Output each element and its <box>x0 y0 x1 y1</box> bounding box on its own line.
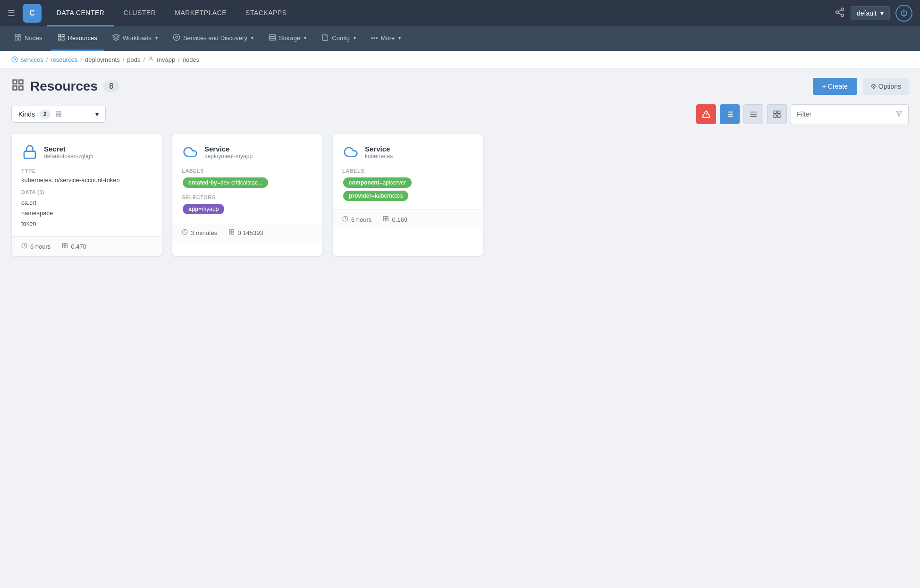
card-secret-data-item-1: ca.crt <box>21 198 152 208</box>
top-nav: ☰ C DATA CENTER CLUSTER MARKETPLACE STAC… <box>0 0 920 26</box>
nav-services[interactable]: Services and Discovery ▾ <box>166 26 260 51</box>
card-service-kubernetes-resource-value: 0.169 <box>392 216 407 223</box>
nav-item-marketplace[interactable]: MARKETPLACE <box>165 0 236 26</box>
sort-button[interactable] <box>720 104 740 124</box>
nav-resources[interactable]: Resources <box>51 26 104 51</box>
env-selector[interactable]: default ▾ <box>851 6 890 20</box>
tag-component-eq: = <box>380 179 383 186</box>
nav-workloads-label: Workloads <box>123 34 152 42</box>
filter-input[interactable] <box>797 110 896 118</box>
group-button[interactable] <box>767 104 787 124</box>
svg-rect-59 <box>384 219 386 221</box>
tag-created-by-eq: = <box>217 179 220 186</box>
kinds-selector[interactable]: Kinds 2 ▾ <box>11 106 106 123</box>
resources-count-badge: 8 <box>103 80 119 92</box>
nav-storage[interactable]: Storage ▾ <box>262 26 313 51</box>
warning-filter-button[interactable] <box>696 104 716 124</box>
svg-point-0 <box>841 8 844 10</box>
env-label: default <box>857 9 877 17</box>
hamburger-menu[interactable]: ☰ <box>8 8 15 18</box>
breadcrumb-sep-2: / <box>80 56 82 63</box>
tag-app: app = myapp <box>183 204 224 214</box>
nodes-icon <box>14 34 22 42</box>
kinds-label: Kinds <box>18 110 35 118</box>
svg-line-3 <box>838 13 841 15</box>
cards-grid: Secret default-token-wj8g5 TYPE kubernet… <box>11 134 909 256</box>
svg-rect-47 <box>63 244 65 245</box>
options-button[interactable]: ⚙ Options <box>863 78 909 95</box>
nav-item-stackapps[interactable]: STACKAPPS <box>236 0 296 26</box>
breadcrumb-resources[interactable]: resources <box>51 56 77 63</box>
breadcrumb-sep-3: / <box>123 56 125 63</box>
card-service-kubernetes-time: 6 hours <box>342 216 371 223</box>
svg-rect-43 <box>778 115 780 118</box>
top-nav-items: DATA CENTER CLUSTER MARKETPLACE STACKAPP… <box>47 0 835 26</box>
card-secret-title-group: Secret default-token-wj8g5 <box>44 145 93 160</box>
clock-icon <box>21 243 27 250</box>
nav-services-label: Services and Discovery <box>183 34 247 42</box>
svg-rect-27 <box>56 114 58 116</box>
service-kubernetes-type-icon <box>342 143 359 160</box>
myapp-icon <box>148 56 154 63</box>
second-nav: Nodes Resources Workloads ▾ Services and… <box>0 26 920 51</box>
card-service-myapp[interactable]: Service deployment-myapp LABELS created-… <box>172 134 323 256</box>
breadcrumb-nodes: nodes <box>183 56 199 63</box>
more-icon: ••• <box>371 34 378 42</box>
card-secret[interactable]: Secret default-token-wj8g5 TYPE kubernet… <box>11 134 162 256</box>
card-secret-type-value: kubernetes.io/service-account-token <box>21 176 152 184</box>
breadcrumb-deployments: deployments <box>85 56 120 63</box>
card-service-kubernetes-footer: 6 hours 0.169 <box>333 210 483 229</box>
nav-item-cluster[interactable]: CLUSTER <box>114 0 165 26</box>
breadcrumb-services[interactable]: services <box>21 56 43 63</box>
list-view-button[interactable] <box>743 104 763 124</box>
card-service-myapp-time: 3 minutes <box>182 229 217 236</box>
card-secret-kind: Secret <box>44 145 93 153</box>
chevron-down-icon: ▾ <box>880 9 884 17</box>
svg-rect-17 <box>269 39 275 40</box>
card-service-myapp-resource-value: 0.145393 <box>237 229 263 236</box>
tag-component-key: component <box>349 179 380 186</box>
kinds-count-badge: 2 <box>40 110 51 118</box>
svg-rect-52 <box>229 230 231 232</box>
card-service-myapp-kind: Service <box>204 145 253 153</box>
card-service-kubernetes[interactable]: Service kubernetes LABELS component = ap… <box>332 134 483 256</box>
nav-nodes[interactable]: Nodes <box>8 26 49 51</box>
svg-rect-48 <box>65 244 67 245</box>
card-secret-time: 6 hours <box>21 243 51 250</box>
git-icon[interactable] <box>835 7 845 20</box>
nav-item-datacenter[interactable]: DATA CENTER <box>47 0 114 26</box>
nav-workloads[interactable]: Workloads ▾ <box>106 26 164 51</box>
tag-app-key: app <box>188 206 198 212</box>
tag-provider-value: kubernetes <box>375 193 403 199</box>
service-myapp-type-icon <box>182 143 199 160</box>
svg-rect-58 <box>386 217 388 218</box>
nav-config[interactable]: Config ▾ <box>315 26 363 51</box>
svg-rect-28 <box>59 114 61 116</box>
config-chevron: ▾ <box>354 35 356 41</box>
power-button[interactable]: ⏻ <box>895 5 912 22</box>
resources-page-icon <box>11 78 25 94</box>
svg-point-20 <box>150 57 152 59</box>
card-secret-footer: 6 hours 0.470 <box>12 236 162 256</box>
card-service-myapp-name: deployment-myapp <box>204 153 253 160</box>
svg-rect-9 <box>59 34 61 37</box>
card-service-myapp-title-group: Service deployment-myapp <box>204 145 253 160</box>
tag-provider: provider = kubernetes <box>343 191 408 201</box>
tag-created-by: created-by = dev-criticalstac... <box>183 177 268 188</box>
create-button[interactable]: + Create <box>813 78 857 95</box>
nav-more[interactable]: ••• More ▾ <box>364 26 407 51</box>
svg-rect-5 <box>15 34 17 37</box>
svg-rect-60 <box>386 219 388 221</box>
svg-rect-50 <box>65 246 67 248</box>
svg-rect-23 <box>13 86 17 90</box>
svg-rect-25 <box>56 111 58 113</box>
filter-container <box>791 104 909 124</box>
app-logo: C <box>23 4 42 23</box>
card-service-kubernetes-resource: 0.169 <box>383 216 407 223</box>
card-secret-resource: 0.470 <box>62 243 86 250</box>
svg-rect-16 <box>269 37 275 38</box>
card-secret-body: Secret default-token-wj8g5 TYPE kubernet… <box>12 134 162 236</box>
storage-icon <box>269 34 276 42</box>
tag-created-by-key: created-by <box>188 179 217 186</box>
nav-nodes-label: Nodes <box>25 34 42 42</box>
